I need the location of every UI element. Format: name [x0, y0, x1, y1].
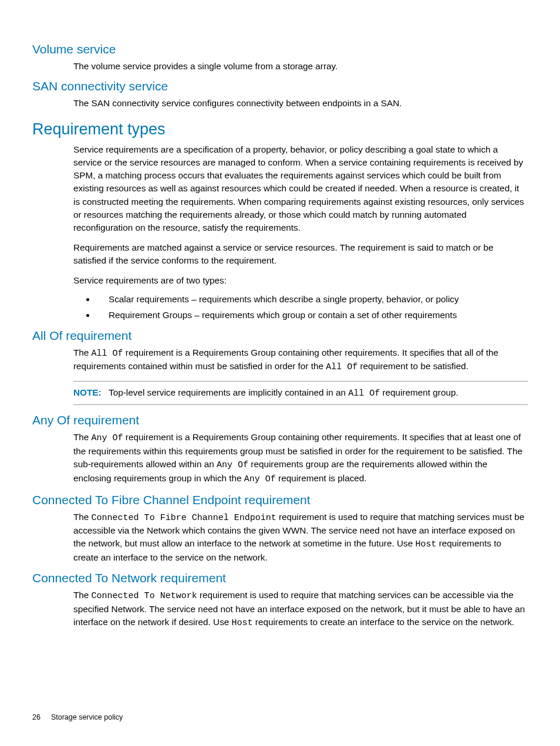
code-span: Any Of [244, 474, 276, 484]
heading-requirement-types: Requirement types [32, 120, 528, 139]
section-volume-service: Volume service The volume service provid… [32, 42, 528, 72]
text-span: The [73, 432, 92, 442]
body-volume-service: The volume service provides a single vol… [73, 60, 528, 72]
text-span: The [73, 512, 92, 522]
bullet-list-req-types: Scalar requirements – requirements which… [96, 293, 528, 322]
heading-san-connectivity: SAN connectivity service [32, 79, 528, 93]
heading-any-of: Any Of requirement [32, 413, 528, 427]
paragraph-all-of: The All Of requirement is a Requirements… [73, 346, 528, 374]
paragraph-req-types-2: Requirements are matched against a servi… [73, 241, 528, 267]
heading-all-of: All Of requirement [32, 329, 528, 343]
code-span: Host [415, 539, 436, 549]
paragraph-req-types-3: Service requirements are of two types: [73, 274, 528, 286]
note-box: NOTE: Top-level service requirements are… [73, 381, 528, 405]
section-fc-endpoint: Connected To Fibre Channel Endpoint requ… [32, 493, 528, 565]
code-span: All Of [348, 389, 380, 399]
code-span: Host [232, 618, 253, 628]
paragraph-any-of: The Any Of requirement is a Requirements… [73, 431, 528, 485]
text-span: requirement group. [380, 387, 458, 397]
text-span: requirement is placed. [276, 473, 367, 483]
code-span: All Of [92, 349, 123, 359]
list-item: Requirement Groups – requirements which … [96, 309, 528, 321]
text-span: The [73, 590, 92, 600]
heading-volume-service: Volume service [32, 42, 528, 56]
code-span: Connected To Network [92, 591, 197, 601]
code-span: Connected To Fibre Channel Endpoint [92, 513, 276, 523]
section-all-of: All Of requirement The All Of requiremen… [32, 329, 528, 406]
paragraph-req-types-1: Service requirements are a specification… [73, 143, 528, 234]
code-span: All Of [326, 362, 357, 372]
body-san-connectivity: The SAN connectivity service configures … [73, 97, 528, 109]
code-span: Any Of [92, 433, 123, 443]
section-any-of: Any Of requirement The Any Of requiremen… [32, 413, 528, 485]
text-span: The [73, 347, 92, 357]
list-item: Scalar requirements – requirements which… [96, 293, 528, 305]
section-connected-network: Connected To Network requirement The Con… [32, 571, 528, 630]
paragraph-connected-network: The Connected To Network requirement is … [73, 589, 528, 630]
code-span: Any Of [217, 460, 248, 470]
note-label: NOTE: [73, 387, 102, 397]
section-requirement-types: Requirement types Service requirements a… [32, 120, 528, 322]
chapter-title: Storage service policy [51, 713, 123, 721]
paragraph-fc-endpoint: The Connected To Fibre Channel Endpoint … [73, 511, 528, 565]
text-span: requirement to be satisfied. [357, 361, 468, 371]
heading-connected-network: Connected To Network requirement [32, 571, 528, 585]
heading-fc-endpoint: Connected To Fibre Channel Endpoint requ… [32, 493, 528, 507]
page-footer: 26Storage service policy [32, 713, 123, 721]
text-span: Top-level service requirements are impli… [109, 387, 348, 397]
section-san-connectivity: SAN connectivity service The SAN connect… [32, 79, 528, 109]
text-span: requirements to create an interface to t… [253, 617, 515, 627]
page-number: 26 [32, 713, 41, 721]
